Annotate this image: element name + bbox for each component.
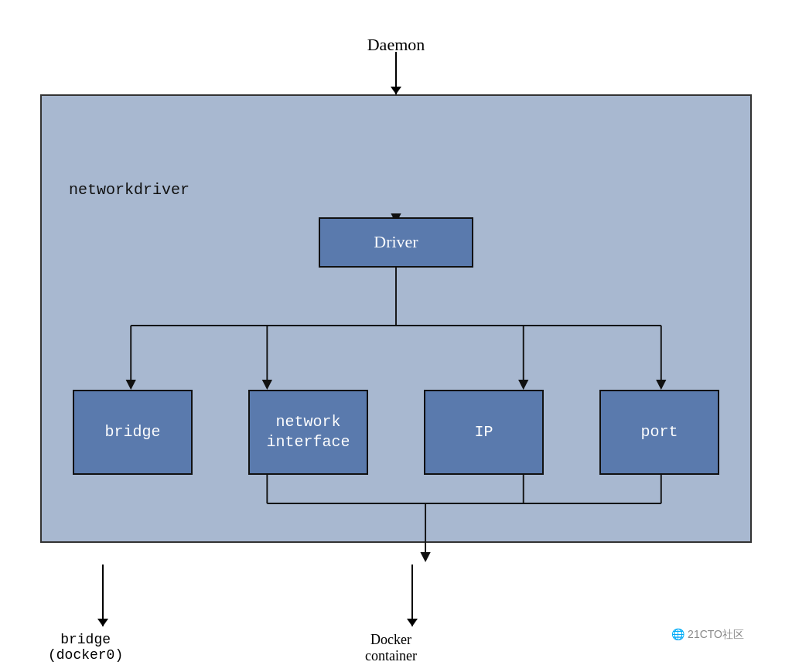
driver-label: Driver [374,232,418,252]
svg-marker-3 [126,380,136,390]
watermark: 🌐 21CTO社区 [671,628,744,642]
svg-marker-16 [420,552,430,562]
networkdriver-label: networkdriver [69,181,189,199]
bridge-box: bridge [73,390,193,475]
svg-marker-9 [656,380,666,390]
diagram-wrapper: Daemon [25,19,767,653]
arrow-bridge-down [102,565,104,626]
driver-box: Driver [319,217,473,268]
network-interface-label: networkinterface [266,412,350,452]
port-label: port [640,422,678,442]
arrow-docker-down [411,565,413,626]
networkdriver-box: networkdriver Driver bridge networkinter… [40,94,752,543]
bridge-label: bridge [104,422,160,442]
docker-container-label: Dockercontainer [365,632,417,664]
children-row: bridge networkinterface IP port [73,390,719,475]
svg-marker-5 [262,380,272,390]
svg-marker-7 [518,380,528,390]
bridge-docker0-label: bridge(docker0) [48,632,123,663]
arrow-daemon-down [395,52,397,94]
ip-box: IP [424,390,544,475]
port-box: port [599,390,719,475]
ip-label: IP [474,422,493,442]
network-interface-box: networkinterface [248,390,368,475]
